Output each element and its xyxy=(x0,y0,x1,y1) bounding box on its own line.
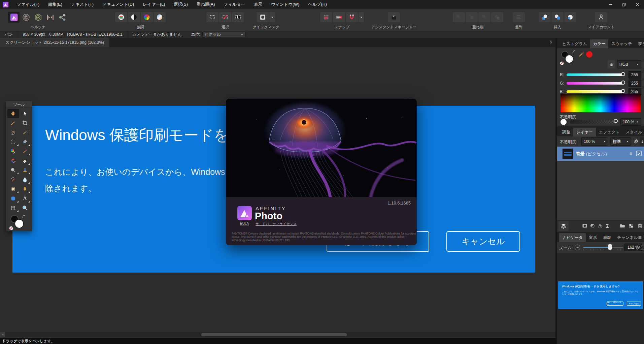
menu-item-5[interactable]: 選択(S) xyxy=(169,2,192,7)
dropdown-button[interactable] xyxy=(359,12,364,22)
menu-item-6[interactable]: 重ね順(A) xyxy=(192,2,219,7)
colour-mode-select[interactable]: RGB xyxy=(617,60,641,68)
zoom-slider-knob[interactable] xyxy=(608,244,612,250)
erase-brush-tool[interactable] xyxy=(19,156,31,165)
auto-white-balance-button[interactable] xyxy=(154,12,166,22)
navigator-document-preview[interactable]: Windows 保護印刷モードを使用しますか? これにより、お使いのデバイスから… xyxy=(558,281,643,309)
lock-button[interactable] xyxy=(608,60,615,68)
crop-tool[interactable] xyxy=(19,118,31,128)
primary-colour-swatch[interactable] xyxy=(565,55,574,63)
swap-colours-icon[interactable] xyxy=(22,214,27,219)
assistant-button[interactable] xyxy=(388,12,400,22)
close-button[interactable] xyxy=(631,0,644,9)
flood-select-tool[interactable] xyxy=(19,128,31,137)
deselect-button[interactable] xyxy=(219,12,231,22)
menu-item-0[interactable]: ファイル(F) xyxy=(12,2,44,7)
colour-spectrum[interactable] xyxy=(561,94,641,112)
channel-value[interactable]: 255 xyxy=(629,71,641,79)
flood-fill-tool[interactable] xyxy=(19,137,31,147)
shape-tool[interactable] xyxy=(7,194,19,203)
menu-item-2[interactable]: テキスト(T) xyxy=(67,2,98,7)
trash-icon[interactable] xyxy=(637,223,643,229)
marquee-tool[interactable] xyxy=(7,137,19,147)
no-colour-swatch[interactable] xyxy=(560,61,564,66)
picked-colour-swatch[interactable] xyxy=(586,51,592,58)
navigator-tab-0[interactable]: ナビゲータ xyxy=(559,233,586,242)
colour-tab-1[interactable]: カラー xyxy=(590,39,609,48)
colour-tab-2[interactable]: スウォッチ xyxy=(608,39,635,48)
channel-slider-knob[interactable] xyxy=(621,81,625,85)
menu-item-10[interactable]: ヘルプ(H) xyxy=(304,2,331,7)
tools-panel-title[interactable]: ツール xyxy=(6,101,32,108)
dodge-brush-tool[interactable] xyxy=(7,165,19,175)
menu-item-9[interactable]: ウィンドウ(W) xyxy=(267,2,304,7)
close-icon[interactable]: × xyxy=(548,40,554,45)
layer-visibility-checkbox[interactable] xyxy=(636,151,642,156)
menu-item-8[interactable]: 表示 xyxy=(249,2,267,7)
stacked-layers-button[interactable] xyxy=(558,221,569,231)
horizontal-scrollbar[interactable]: ◂ xyxy=(0,332,557,337)
layers-tab-1[interactable]: レイヤー xyxy=(573,128,596,136)
mask-icon[interactable] xyxy=(582,223,588,229)
insert-inside-button[interactable] xyxy=(564,12,576,22)
zoom-slider[interactable] xyxy=(583,247,623,248)
live-filter-icon[interactable] xyxy=(604,223,610,229)
layer-thumbnail[interactable] xyxy=(563,149,573,159)
arrange-forward-button[interactable] xyxy=(478,12,490,22)
eula-link[interactable]: EULA xyxy=(240,222,249,225)
move-tool[interactable] xyxy=(19,109,31,118)
pattern-icon[interactable] xyxy=(628,223,634,229)
insert-behind-button[interactable] xyxy=(539,12,551,22)
scrollbar-thumb[interactable] xyxy=(201,333,347,336)
mesh-warp-tool[interactable] xyxy=(7,203,19,213)
clone-brush-tool[interactable] xyxy=(19,165,31,175)
paint-brush-tool[interactable] xyxy=(19,147,31,156)
no-colour-swatch[interactable] xyxy=(9,226,14,231)
panel-menu-icon[interactable] xyxy=(638,130,643,134)
insert-top-button[interactable] xyxy=(551,12,564,22)
menu-item-7[interactable]: フィルター xyxy=(219,2,249,7)
gear-icon[interactable] xyxy=(633,138,639,144)
photo-persona-button[interactable] xyxy=(8,12,20,23)
folder-icon[interactable] xyxy=(619,223,625,229)
zoom-in-button[interactable]: + xyxy=(637,245,642,250)
snap-magnet-button[interactable] xyxy=(346,12,358,22)
invert-selection-button[interactable] xyxy=(232,12,244,22)
channel-value[interactable]: 255 xyxy=(629,80,641,87)
colour-replacement-brush-tool[interactable] xyxy=(7,147,19,156)
channel-slider-knob[interactable] xyxy=(621,89,625,93)
colour-tab-0[interactable]: ヒストグラム xyxy=(559,39,590,48)
layers-tab-2[interactable]: エフェクト xyxy=(596,128,622,136)
my-account-button[interactable] xyxy=(595,12,607,22)
third-party-licenses-link[interactable]: サードパーティライセンス xyxy=(256,222,297,226)
dropdown-button[interactable] xyxy=(270,12,275,22)
panel-menu-icon[interactable] xyxy=(638,42,643,46)
zoom-tool[interactable] xyxy=(19,203,31,213)
colour-picker-tool[interactable] xyxy=(7,118,19,128)
pixel-brush-tool[interactable] xyxy=(7,156,19,165)
opacity-slider[interactable] xyxy=(570,120,616,124)
arrange-front-button[interactable] xyxy=(491,12,503,22)
menu-item-1[interactable]: 編集(E) xyxy=(44,2,67,7)
scrollbar-left-arrow[interactable]: ◂ xyxy=(0,332,5,337)
layers-tab-0[interactable]: 調整 xyxy=(559,128,573,136)
menu-item-4[interactable]: レイヤー(L) xyxy=(138,2,169,7)
channel-slider[interactable] xyxy=(567,90,624,93)
alignment-button[interactable] xyxy=(513,12,525,22)
panel-menu-icon[interactable] xyxy=(638,236,643,240)
select-all-button[interactable] xyxy=(206,12,218,22)
selection-brush-tool[interactable] xyxy=(7,128,19,137)
zoom-out-button[interactable]: − xyxy=(575,245,580,250)
menu-item-3[interactable]: ドキュメント(D) xyxy=(98,2,138,7)
text-tool[interactable]: A xyxy=(19,194,31,203)
arrange-back-button[interactable] xyxy=(453,12,465,22)
healing-brush-tool[interactable] xyxy=(7,184,19,194)
arrange-backward-button[interactable] xyxy=(466,12,478,22)
auto-levels-button[interactable] xyxy=(115,12,127,22)
primary-colour-swatch[interactable] xyxy=(14,219,24,228)
layer-lock-icon[interactable] xyxy=(629,151,633,156)
eyedropper-icon[interactable] xyxy=(578,51,585,58)
view-pan-tool[interactable] xyxy=(7,109,19,118)
snap-grid-button[interactable] xyxy=(320,12,332,22)
navigator-tab-2[interactable]: 履歴 xyxy=(600,233,614,242)
